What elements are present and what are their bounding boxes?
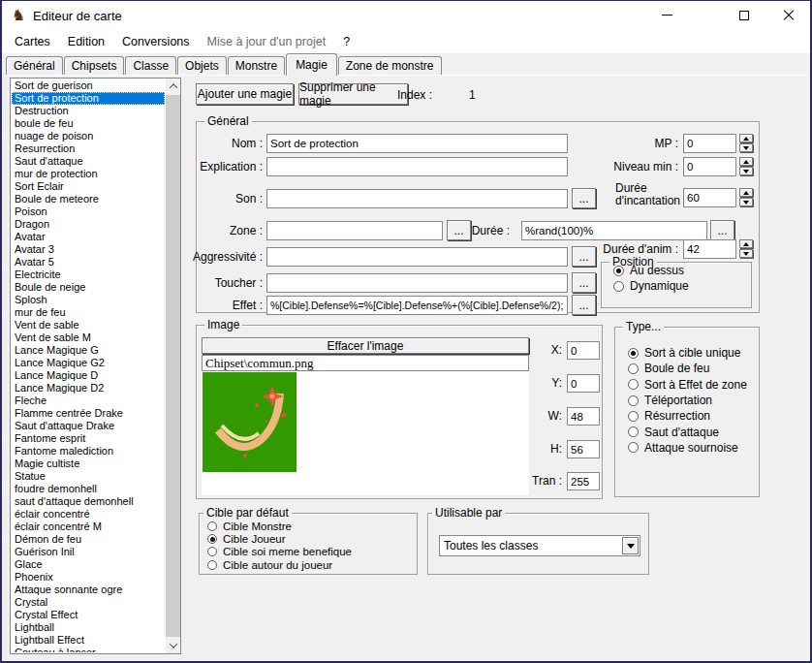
spell-list-item[interactable]: Dragon [12,218,165,231]
spell-list-item[interactable]: Lance Magique G2 [12,357,165,369]
zone-input[interactable] [266,221,443,240]
aggressivite-input[interactable] [266,247,568,267]
h-input[interactable] [567,440,600,458]
explication-input[interactable] [266,157,568,176]
remove-magic-button[interactable]: Supprimer une magie [298,83,408,105]
spell-list-item[interactable]: Splosh [12,294,165,306]
spell-list-item[interactable]: Magie cultiste [12,458,165,470]
spell-list-item[interactable]: Crystal Effect [12,609,165,621]
tran-input[interactable] [567,472,600,490]
toucher-browse-button[interactable]: ... [572,272,596,293]
spell-list-item[interactable]: Electricite [12,268,165,281]
incantation-spin-down-button[interactable] [739,198,753,206]
type-radio-option[interactable]: Boule de feu [628,361,757,376]
mp-input[interactable] [683,134,736,153]
add-magic-button[interactable]: Ajouter une magie [196,83,294,105]
anim-spin-down-button[interactable] [739,249,753,258]
duree-anim-input[interactable] [683,239,736,259]
clear-image-button[interactable]: Effacer l'image [202,337,529,354]
spell-list-item[interactable]: Couteau à lancer [12,647,165,652]
mp-spin-down-button[interactable] [739,143,753,152]
menu-item[interactable]: Cartes [6,32,59,51]
duree-input[interactable] [521,221,707,240]
type-radio-option[interactable]: Saut d'attaque [628,424,757,439]
tab[interactable]: Général [6,56,63,76]
w-input[interactable] [567,407,600,426]
spell-list-item[interactable]: Avatar 3 [12,243,165,256]
spell-list-item[interactable]: boule de feu [12,117,165,130]
spell-list-item[interactable]: Attaque sonnante ogre [12,584,165,596]
spell-list-item[interactable]: Phoenix [12,571,165,584]
spell-list-item[interactable]: Vent de sable [12,319,165,332]
menu-item[interactable]: Mise à jour d'un projet [199,32,335,51]
scrollbar-thumb[interactable] [166,95,180,637]
spell-list-item[interactable]: Vent de sable M [12,332,165,344]
spell-list-item[interactable]: éclair concentré [12,508,165,521]
scroll-up-button[interactable] [166,79,180,94]
spell-list-item[interactable]: Lance Magique D [12,369,165,382]
spell-list-item[interactable]: Crystal [12,596,165,609]
nom-input[interactable] [266,134,568,153]
mp-spin-up-button[interactable] [739,134,753,142]
usable-class-dropdown[interactable]: Toutes les classes [439,535,640,556]
spell-list-item[interactable]: Boule de meteore [12,193,165,205]
spell-list-item[interactable]: Avatar 5 [12,256,165,268]
spell-list-item[interactable]: Fantome esprit [12,432,165,445]
maximize-button[interactable] [723,1,765,29]
spell-list-item[interactable]: Guérison Inil [12,546,165,558]
spell-list-item[interactable]: nuage de poison [12,130,165,142]
type-radio-option[interactable]: Résurrection [628,408,757,424]
y-input[interactable] [567,374,600,393]
toucher-input[interactable] [266,273,568,293]
tab[interactable]: Objets [177,56,227,76]
tab[interactable]: Magie [286,53,337,76]
effet-browse-button[interactable]: ... [572,295,596,315]
spell-list-item[interactable]: Flamme centrée Drake [12,407,165,420]
type-radio-option[interactable]: Attaque sournoise [628,440,757,456]
son-input[interactable] [266,189,568,208]
niveau-spin-up-button[interactable] [739,157,753,166]
niveau-spin-down-button[interactable] [739,167,753,175]
spell-list-item[interactable]: Lance Magique D2 [12,382,165,395]
spell-list-item[interactable]: Sort Eclair [12,180,165,193]
spell-list-item[interactable]: mur de feu [12,306,165,319]
image-file-field[interactable]: Chipset\commun.png [202,355,529,371]
spell-list-item[interactable]: foudre demonhell [12,483,165,495]
spell-list-item[interactable]: saut d'attaque demonhell [12,495,165,508]
type-radio-option[interactable]: Sort à cible unique [628,345,757,361]
incantation-spin-up-button[interactable] [739,188,753,197]
close-button[interactable] [767,1,810,29]
effet-input[interactable] [266,296,568,315]
spell-list-item[interactable]: Sort de protection [12,92,165,105]
position-radio-option[interactable]: Dynamique [613,278,763,294]
spell-list-item[interactable]: Lightball [12,621,165,634]
type-radio-option[interactable]: Sort à Effet de zone [628,377,757,393]
tab[interactable]: Classe [125,56,176,76]
tab[interactable]: Monstre [228,56,285,76]
position-radio-option[interactable]: Au dessus [613,263,763,278]
spell-list-item[interactable]: Fantome malediction [12,445,165,458]
spell-list-item[interactable]: Statue [12,470,165,483]
menu-item[interactable]: ? [334,32,359,51]
spell-list-item[interactable]: Fleche [12,395,165,407]
spell-list-item[interactable]: Avatar [12,231,165,243]
menu-item[interactable]: Edition [59,32,113,51]
son-browse-button[interactable]: ... [572,188,596,208]
spell-list-item[interactable]: Boule de neige [12,281,165,294]
menu-item[interactable]: Conversions [113,32,198,51]
spell-list-item[interactable]: Sort de guerison [12,79,165,92]
anim-spin-up-button[interactable] [739,239,753,248]
list-scrollbar[interactable] [166,79,180,653]
dropdown-button[interactable] [622,537,639,554]
spell-list-item[interactable]: mur de protection [12,168,165,180]
spell-list-item[interactable]: Destruction [12,105,165,117]
duree-browse-button[interactable]: ... [710,220,734,240]
minimize-button[interactable] [645,1,688,29]
spell-list-item[interactable]: Glace [12,558,165,571]
niveau-min-input[interactable] [683,157,736,176]
target-radio-option[interactable]: Cible Monstre [207,520,415,532]
incantation-input[interactable] [683,188,736,207]
target-radio-option[interactable]: Cible soi meme benefique [207,546,415,558]
target-radio-option[interactable]: Cible autour du joueur [207,558,415,571]
spell-list-item[interactable]: Saut d'attaque Drake [12,420,165,432]
